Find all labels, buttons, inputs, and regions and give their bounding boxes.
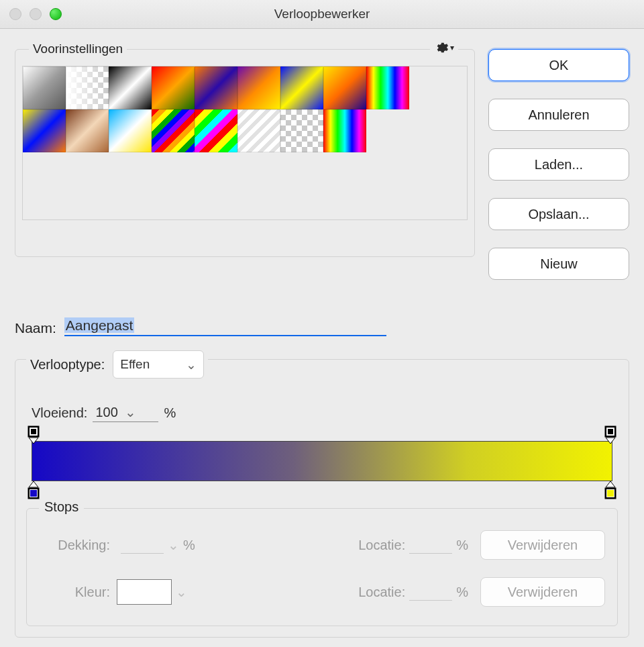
svg-marker-8 [29,481,38,487]
preset-swatch[interactable] [152,66,195,109]
chevron-down-icon: ⌄ [176,584,187,600]
color-stop-start[interactable] [26,481,41,500]
new-button[interactable]: Nieuw [488,248,629,280]
delete-color-stop-button[interactable]: Verwijderen [480,577,605,607]
svg-rect-15 [607,490,614,497]
preset-swatch[interactable] [152,109,195,152]
name-input[interactable]: Aangepast [64,316,386,336]
svg-rect-2 [31,429,36,434]
stops-legend: Stops [39,499,84,515]
preset-swatch[interactable] [66,109,109,152]
gradient-editor[interactable] [32,441,612,481]
opacity-location-input [409,537,452,554]
name-label: Naam: [15,320,56,336]
title-bar: Verloopbewerker [0,0,644,29]
opacity-stop-end[interactable] [603,425,618,444]
preset-swatch[interactable] [366,66,409,109]
chevron-down-icon: ⌄ [168,537,179,553]
percent-sign: % [183,538,195,553]
preset-swatch[interactable] [66,66,109,109]
stops-group: Stops Dekking: ⌄ % Locatie: % Verwijdere… [26,508,618,626]
opacity-label: Dekking: [39,538,110,553]
delete-opacity-stop-button[interactable]: Verwijderen [480,530,605,560]
percent-sign: % [456,538,468,553]
cancel-button[interactable]: Annuleren [488,99,629,131]
chevron-down-icon: ⌄ [186,357,197,372]
gradient-type-label: Verlooptype: [30,357,105,372]
gradient-bar[interactable] [32,441,612,481]
opacity-input [121,537,164,554]
svg-marker-12 [606,481,615,487]
presets-list[interactable] [22,66,468,220]
presets-legend: Voorinstellingen [29,42,127,56]
window-title: Verloopbewerker [0,7,644,21]
presets-group: Voorinstellingen ▾ [15,49,475,257]
svg-rect-6 [608,429,613,434]
preset-swatch[interactable] [195,109,237,152]
preset-swatch[interactable] [280,109,323,152]
preset-swatch[interactable] [23,109,66,152]
presets-menu-button[interactable]: ▾ [430,40,458,55]
load-button[interactable]: Laden... [488,148,629,181]
gradient-settings-group: Verlooptype: Effen ⌄ Vloeiend: 100 ⌄ % [15,359,629,638]
color-swatch[interactable] [117,579,172,605]
gear-icon [434,40,449,55]
save-button[interactable]: Opslaan... [488,198,629,230]
color-location-label: Locatie: [358,585,405,600]
opacity-location-label: Locatie: [358,538,405,553]
preset-swatch[interactable] [280,66,323,109]
opacity-stop-start[interactable] [26,425,41,444]
ok-button[interactable]: OK [488,49,629,81]
percent-sign: % [164,405,176,421]
preset-swatch[interactable] [23,66,66,109]
smoothness-label: Vloeiend: [32,405,87,421]
smoothness-input[interactable]: 100 ⌄ [93,404,158,422]
preset-swatch[interactable] [195,66,237,109]
percent-sign: % [456,585,468,600]
svg-marker-7 [606,438,615,444]
preset-swatch[interactable] [237,66,280,109]
svg-marker-3 [29,438,38,444]
preset-swatch[interactable] [237,109,280,152]
gradient-type-select[interactable]: Effen ⌄ [113,350,204,379]
preset-swatch[interactable] [323,109,366,152]
svg-rect-11 [30,490,37,497]
color-location-input [409,584,452,601]
preset-swatch[interactable] [109,66,152,109]
preset-swatch[interactable] [323,66,366,109]
color-label: Kleur: [39,585,110,600]
chevron-down-icon: ⌄ [125,404,136,420]
color-stop-end[interactable] [603,481,618,500]
preset-swatch[interactable] [109,109,152,152]
